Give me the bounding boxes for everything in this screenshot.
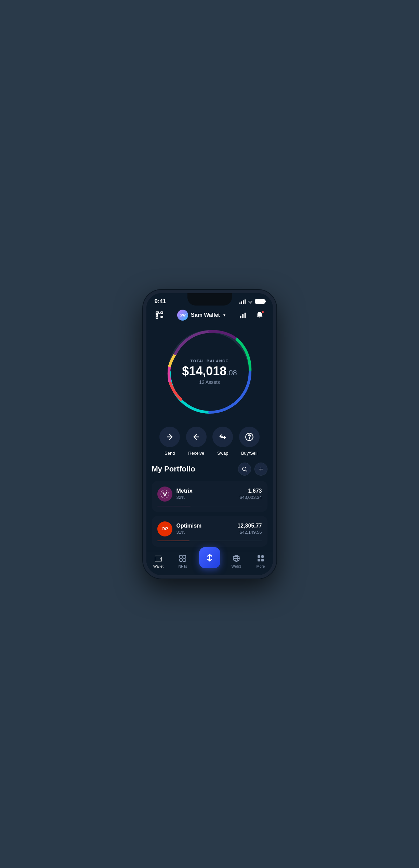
balance-section: TOTAL BALANCE $14,018.08 12 Assets — [146, 324, 273, 423]
receive-button[interactable]: Receive — [186, 427, 207, 456]
status-time: 9:41 — [155, 298, 166, 305]
portfolio-section: My Portfolio — [146, 463, 273, 551]
svg-rect-1 — [161, 312, 162, 313]
header-right — [237, 309, 266, 321]
balance-display: TOTAL BALANCE $14,018.08 12 Assets — [165, 359, 254, 385]
phone-frame: 9:41 — [143, 290, 276, 579]
nav-item-web3[interactable]: Web3 — [224, 554, 248, 568]
more-nav-label: More — [256, 564, 265, 568]
portfolio-header: My Portfolio — [152, 463, 267, 476]
asset-card-optimism[interactable]: OP Optimism 31% 12,305.77 $42,149.56 — [152, 516, 267, 547]
nfts-nav-icon — [178, 554, 187, 563]
svg-rect-21 — [160, 558, 161, 559]
asset-usd-metrix: $43,003.34 — [239, 495, 262, 500]
web3-nav-icon — [232, 554, 241, 563]
nav-item-wallet[interactable]: Wallet — [146, 554, 171, 568]
chevron-down-icon: ▾ — [223, 313, 225, 318]
notifications-button[interactable] — [253, 309, 266, 321]
svg-rect-0 — [156, 312, 158, 313]
svg-rect-32 — [261, 555, 264, 558]
asset-icon-optimism: OP — [157, 521, 172, 536]
swap-button[interactable]: Swap — [212, 427, 233, 456]
asset-name-optimism: Optimism — [176, 523, 234, 529]
wallet-nav-label: Wallet — [153, 564, 163, 568]
swap-label: Swap — [217, 451, 228, 456]
nav-item-center[interactable] — [195, 554, 224, 568]
svg-rect-5 — [245, 312, 246, 318]
asset-name-metrix: Metrix — [176, 488, 236, 494]
svg-rect-4 — [243, 314, 244, 318]
balance-amount: $14,018.08 — [165, 365, 254, 377]
send-label: Send — [165, 451, 175, 456]
balance-assets: 12 Assets — [165, 379, 254, 385]
add-asset-button[interactable] — [254, 463, 267, 476]
portfolio-actions — [238, 463, 267, 476]
avatar: SW — [177, 310, 188, 321]
svg-rect-3 — [240, 315, 241, 318]
wallet-nav-icon — [154, 554, 163, 563]
asset-percent-metrix: 32% — [176, 495, 236, 500]
web3-nav-label: Web3 — [232, 564, 241, 568]
chart-button[interactable] — [237, 309, 249, 321]
svg-rect-22 — [180, 555, 182, 558]
svg-rect-31 — [258, 555, 260, 558]
notification-dot — [261, 310, 264, 314]
balance-label: TOTAL BALANCE — [165, 359, 254, 363]
send-button[interactable]: Send — [159, 427, 180, 456]
svg-rect-2 — [156, 316, 158, 318]
more-nav-icon — [256, 554, 265, 563]
asset-icon-metrix — [157, 487, 172, 502]
svg-line-13 — [246, 470, 247, 471]
asset-progress-metrix — [157, 506, 262, 506]
phone-screen: 9:41 — [146, 293, 273, 575]
asset-amount-metrix: 1.673 — [239, 488, 262, 494]
action-buttons: Send Receive — [146, 423, 273, 463]
battery-icon — [255, 299, 265, 304]
receive-label: Receive — [188, 451, 204, 456]
wallet-selector[interactable]: SW Sam Wallet ▾ — [177, 310, 225, 321]
nav-item-nfts[interactable]: NFTs — [171, 554, 195, 568]
svg-rect-23 — [183, 555, 186, 558]
header: SW Sam Wallet ▾ — [146, 305, 273, 324]
wifi-icon — [248, 299, 253, 303]
balance-circle: TOTAL BALANCE $14,018.08 12 Assets — [165, 327, 254, 416]
svg-rect-25 — [183, 559, 186, 561]
portfolio-title: My Portfolio — [152, 465, 195, 474]
nfts-nav-label: NFTs — [178, 564, 187, 568]
asset-amount-optimism: 12,305.77 — [237, 523, 262, 529]
buysell-button[interactable]: Buy/Sell — [239, 427, 260, 456]
svg-rect-34 — [261, 559, 264, 561]
asset-progress-optimism — [157, 541, 262, 541]
asset-usd-optimism: $42,149.56 — [237, 530, 262, 535]
wallet-name: Sam Wallet — [191, 312, 220, 318]
asset-card-metrix[interactable]: Metrix 32% 1.673 $43,003.34 — [152, 481, 267, 512]
status-icons — [239, 299, 265, 304]
search-button[interactable] — [238, 463, 251, 476]
asset-percent-optimism: 31% — [176, 530, 234, 535]
scan-button[interactable] — [153, 309, 166, 321]
signal-bars-icon — [239, 299, 246, 304]
buysell-label: Buy/Sell — [241, 451, 258, 456]
svg-point-12 — [243, 467, 246, 471]
svg-rect-33 — [258, 559, 260, 561]
center-action-button[interactable] — [199, 547, 220, 568]
bottom-nav: Wallet NFTs — [146, 551, 273, 575]
svg-rect-24 — [180, 559, 182, 561]
nav-item-more[interactable]: More — [248, 554, 273, 568]
svg-point-19 — [164, 493, 166, 495]
notch — [187, 293, 232, 306]
